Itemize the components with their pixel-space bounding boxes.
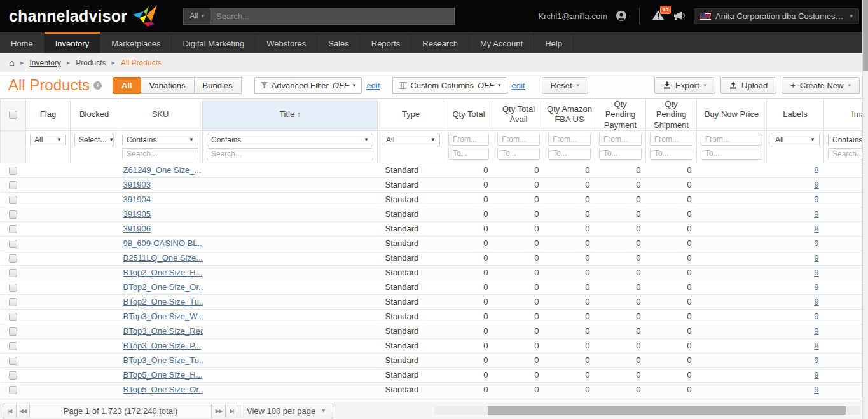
col-header-images[interactable]: Images — [824, 99, 863, 131]
qty-avail-from-input[interactable] — [497, 134, 540, 146]
labels-count-link[interactable]: 9 — [814, 224, 818, 233]
col-header-type[interactable]: Type — [378, 99, 444, 131]
sku-link[interactable]: BTop2_One Size_Tu... — [123, 297, 203, 306]
nav-tab[interactable]: Help — [534, 32, 574, 53]
nav-tab[interactable]: Research — [411, 32, 469, 53]
nav-tab[interactable]: Reports — [361, 32, 412, 53]
qty-fba-to-input[interactable] — [548, 148, 591, 160]
sku-link[interactable]: BTop3_One Size_P... — [123, 341, 202, 350]
sku-filter-input[interactable] — [122, 148, 198, 160]
sku-link[interactable]: 391905 — [123, 209, 151, 219]
nav-tab[interactable]: Home — [0, 32, 45, 53]
sku-link[interactable]: 391906 — [123, 224, 151, 233]
nav-tab[interactable]: My Account — [469, 32, 534, 53]
sku-link[interactable]: Z61249_One Size_... — [123, 165, 202, 175]
qty-fba-from-input[interactable] — [548, 134, 591, 146]
reset-button[interactable]: Reset ▾ — [542, 77, 589, 94]
row-checkbox[interactable] — [9, 284, 17, 292]
view-segment-button[interactable]: Variations — [141, 77, 195, 94]
custom-columns-dropdown[interactable]: Custom Columns OFF ▾ — [392, 77, 507, 94]
labels-count-link[interactable]: 9 — [814, 312, 818, 321]
labels-count-link[interactable]: 9 — [814, 238, 818, 248]
nav-tab[interactable]: Webstores — [256, 32, 317, 53]
col-header-qty-pending-shipment[interactable]: Qty Pending Shipment — [646, 99, 697, 131]
view-segment-button[interactable]: All — [113, 77, 141, 94]
advanced-filter-dropdown[interactable]: Advanced Filter OFF ▾ — [254, 77, 362, 94]
qty-total-to-input[interactable] — [448, 148, 489, 160]
nav-tab[interactable]: Digital Marketing — [172, 32, 256, 53]
row-checkbox[interactable] — [9, 240, 17, 248]
sku-link[interactable]: BTop3_One Size_Red — [123, 326, 203, 336]
labels-count-link[interactable]: 9 — [814, 282, 818, 292]
row-checkbox[interactable] — [9, 167, 17, 175]
col-header-qty-amazon-fba[interactable]: Qty Amazon FBA US — [544, 99, 595, 131]
labels-count-link[interactable]: 9 — [814, 297, 818, 306]
labels-count-link[interactable]: 9 — [814, 180, 818, 189]
qty-total-from-input[interactable] — [448, 134, 489, 146]
per-page-dropdown[interactable]: View 100 per page ▼ — [240, 404, 333, 418]
breadcrumb-products[interactable]: Products — [76, 58, 106, 67]
alerts-button[interactable]: 13 — [652, 10, 665, 23]
row-checkbox[interactable] — [9, 327, 17, 336]
row-checkbox[interactable] — [9, 342, 17, 350]
custom-columns-edit-link[interactable]: edit — [512, 81, 525, 90]
sku-link[interactable]: 391904 — [123, 195, 151, 204]
search-scope-dropdown[interactable]: All ▾ — [183, 8, 210, 25]
labels-filter-select[interactable]: All▼ — [771, 134, 820, 146]
col-header-buy-now-price[interactable]: Buy Now Price — [697, 99, 767, 131]
sku-link[interactable]: BTop3_One Size_W... — [123, 312, 203, 321]
account-selector[interactable]: Anita Corporation dba Costumes4... ▾ — [694, 8, 859, 24]
sku-link[interactable]: 391903 — [123, 180, 151, 189]
row-checkbox[interactable] — [9, 313, 17, 321]
search-input[interactable] — [210, 8, 455, 25]
nav-tab[interactable]: Sales — [317, 32, 361, 53]
col-header-title[interactable]: Title ↑ — [203, 99, 378, 131]
select-all-checkbox[interactable] — [9, 111, 17, 119]
row-checkbox[interactable] — [9, 225, 17, 233]
labels-count-link[interactable]: 9 — [814, 385, 818, 394]
sku-link[interactable]: BTop5_One Size_Or... — [123, 385, 203, 394]
horizontal-scrollbar-track[interactable] — [434, 406, 860, 415]
breadcrumb-inventory[interactable]: Inventory — [29, 58, 60, 67]
sku-link[interactable]: 98_609-CASINO BL... — [123, 238, 203, 248]
col-header-flag[interactable]: Flag — [26, 99, 71, 131]
view-segment-button[interactable]: Bundles — [194, 77, 242, 94]
labels-count-link[interactable]: 8 — [814, 165, 818, 175]
horizontal-scrollbar-thumb[interactable] — [488, 406, 846, 415]
images-filter-operator[interactable]: Contains▼ — [828, 134, 862, 146]
upload-button[interactable]: Upload — [720, 77, 776, 94]
row-checkbox[interactable] — [9, 386, 17, 394]
labels-count-link[interactable]: 9 — [814, 253, 818, 263]
col-header-qty-total-avail[interactable]: Qty Total Avail — [493, 99, 544, 131]
create-new-button[interactable]: + Create New ▾ — [782, 77, 860, 94]
sku-filter-operator[interactable]: Contains▼ — [122, 134, 198, 146]
row-checkbox[interactable] — [9, 254, 17, 263]
qty-ship-to-input[interactable] — [650, 148, 692, 160]
info-icon[interactable]: i — [93, 81, 102, 90]
vertical-scrollbar-thumb[interactable] — [863, 0, 868, 71]
labels-count-link[interactable]: 9 — [814, 268, 818, 277]
buy-now-to-input[interactable] — [701, 148, 762, 160]
labels-count-link[interactable]: 9 — [814, 209, 818, 219]
advanced-filter-edit-link[interactable]: edit — [366, 81, 380, 90]
sku-link[interactable]: BTop3_One Size_Tu... — [123, 355, 203, 365]
qty-ship-from-input[interactable] — [650, 134, 692, 146]
first-page-button[interactable]: |◀ — [3, 404, 16, 418]
nav-tab[interactable]: Inventory — [45, 32, 100, 53]
labels-count-link[interactable]: 9 — [814, 341, 818, 350]
sku-link[interactable]: BTop2_One Size_H... — [123, 268, 203, 277]
previous-page-button[interactable]: ◀◀ — [16, 404, 29, 418]
user-avatar-icon[interactable] — [616, 10, 627, 22]
row-checkbox[interactable] — [9, 298, 17, 306]
sku-link[interactable]: BTop5_One Size_H... — [123, 370, 203, 380]
type-filter-select[interactable]: All▼ — [382, 134, 440, 146]
channeladvisor-logo[interactable]: channeladvisor — [9, 4, 158, 27]
col-header-qty-pending-payment[interactable]: Qty Pending Payment — [595, 99, 646, 131]
qty-avail-to-input[interactable] — [497, 148, 540, 160]
labels-count-link[interactable]: 9 — [814, 355, 818, 365]
megaphone-icon[interactable] — [673, 11, 685, 22]
row-checkbox[interactable] — [9, 210, 17, 219]
qty-pay-from-input[interactable] — [599, 134, 642, 146]
vertical-scrollbar-track[interactable] — [862, 0, 868, 419]
col-header-qty-total[interactable]: Qty Total — [444, 99, 493, 131]
